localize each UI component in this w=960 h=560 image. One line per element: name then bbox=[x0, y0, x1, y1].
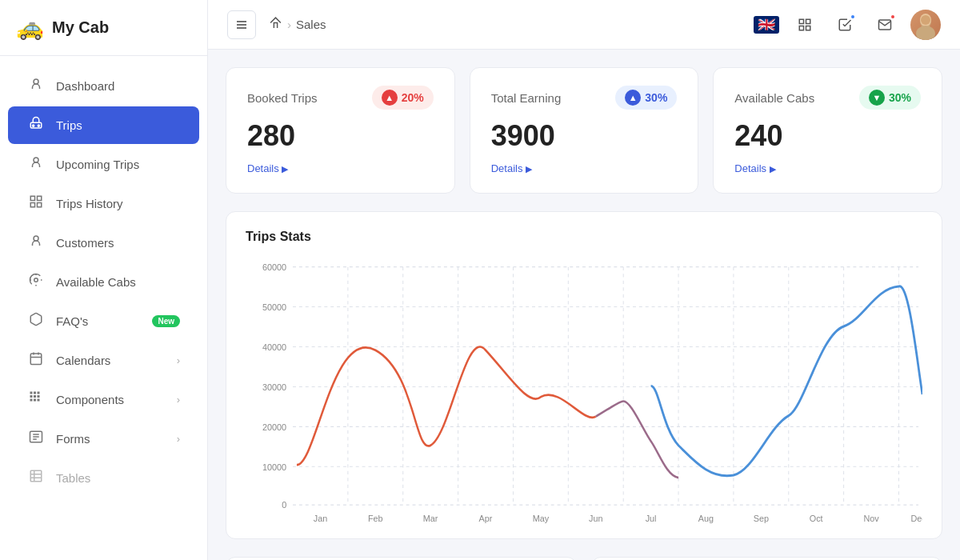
user-avatar[interactable] bbox=[910, 10, 941, 40]
calendars-icon bbox=[27, 351, 45, 370]
sidebar-nav: Dashboard Trips Upcoming Trips Trips His… bbox=[0, 56, 207, 560]
sidebar-item-label: Trips bbox=[56, 118, 180, 132]
sidebar-item-label: Components bbox=[56, 393, 166, 406]
main-content: › Sales bbox=[208, 0, 960, 560]
trips-history-icon bbox=[27, 194, 45, 213]
tasks-badge bbox=[850, 14, 856, 20]
logo-text: My Cab bbox=[52, 18, 109, 37]
chevron-right-icon: › bbox=[177, 433, 180, 445]
booked-trips-details[interactable]: Details ▶ bbox=[247, 162, 288, 174]
customers-icon bbox=[27, 234, 45, 252]
badge-value: 30% bbox=[645, 91, 667, 104]
svg-rect-26 bbox=[799, 19, 803, 23]
available-cabs-value: 240 bbox=[734, 119, 921, 153]
svg-point-0 bbox=[34, 79, 38, 84]
badge-up-blue-icon: ▲ bbox=[625, 90, 641, 106]
sidebar-item-faqs[interactable]: FAQ's New bbox=[8, 302, 199, 340]
breadcrumb: › Sales bbox=[269, 16, 326, 34]
svg-text:May: May bbox=[533, 514, 550, 523]
content-area: Booked Trips ▲ 20% 280 Details ▶ Total E… bbox=[208, 50, 960, 560]
svg-text:Oct: Oct bbox=[810, 514, 824, 523]
sidebar-item-calendars[interactable]: Calendars › bbox=[8, 342, 199, 379]
sidebar-item-label: Upcoming Trips bbox=[56, 158, 180, 171]
chevron-right-icon: › bbox=[177, 354, 180, 366]
available-cabs-details[interactable]: Details ▶ bbox=[734, 162, 775, 174]
svg-rect-28 bbox=[799, 26, 803, 30]
customers-data-card: Customers Data bbox=[591, 557, 942, 560]
breadcrumb-page: Sales bbox=[296, 18, 326, 31]
dashboard-icon bbox=[27, 77, 45, 95]
chart-canvas: .grid-line { stroke: #dde1e9; stroke-wid… bbox=[246, 258, 922, 530]
bottom-section: Recent Trips Customers Data bbox=[226, 557, 942, 560]
sidebar-item-trips[interactable]: Trips bbox=[8, 106, 199, 144]
available-cabs-title: Available Cabs bbox=[734, 91, 814, 105]
booked-trips-value: 280 bbox=[247, 119, 434, 153]
sidebar: 🚕 My Cab Dashboard Trips Upcoming Trips bbox=[0, 0, 208, 560]
sidebar-item-components[interactable]: Components › bbox=[8, 381, 199, 418]
svg-rect-29 bbox=[806, 26, 810, 30]
sidebar-item-forms[interactable]: Forms › bbox=[8, 420, 199, 458]
language-flag[interactable] bbox=[754, 16, 779, 34]
svg-rect-8 bbox=[38, 203, 42, 207]
svg-text:20000: 20000 bbox=[262, 422, 286, 431]
tasks-button[interactable] bbox=[830, 10, 859, 39]
grid-button[interactable] bbox=[790, 10, 819, 39]
chart-title: Trips Stats bbox=[246, 230, 922, 244]
sidebar-item-label: Trips History bbox=[56, 197, 180, 210]
svg-text:0: 0 bbox=[282, 500, 286, 510]
sidebar-item-tables[interactable]: Tables bbox=[8, 459, 199, 497]
svg-point-10 bbox=[34, 278, 38, 282]
components-icon bbox=[27, 390, 45, 409]
forms-icon bbox=[27, 430, 45, 448]
sidebar-item-available-cabs[interactable]: Available Cabs bbox=[8, 263, 199, 301]
svg-text:Feb: Feb bbox=[368, 514, 383, 523]
sidebar-item-label: Forms bbox=[56, 432, 166, 446]
svg-rect-11 bbox=[30, 354, 42, 365]
svg-point-33 bbox=[921, 15, 930, 25]
badge-down-green-icon: ▼ bbox=[869, 90, 885, 106]
trips-stats-chart: Trips Stats .grid-line { stroke: #dde1e9… bbox=[226, 211, 942, 539]
sidebar-item-dashboard[interactable]: Dashboard bbox=[8, 67, 199, 105]
topbar-actions bbox=[754, 10, 941, 40]
svg-text:10000: 10000 bbox=[262, 462, 286, 471]
badge-value: 20% bbox=[402, 91, 424, 104]
mail-button[interactable] bbox=[870, 10, 899, 39]
total-earning-value: 3900 bbox=[491, 119, 678, 153]
trips-icon bbox=[27, 116, 45, 134]
svg-rect-7 bbox=[30, 203, 34, 207]
svg-rect-6 bbox=[38, 196, 42, 200]
recent-trips-card: Recent Trips bbox=[226, 557, 577, 560]
sidebar-item-customers[interactable]: Customers bbox=[8, 224, 199, 262]
booked-trips-card: Booked Trips ▲ 20% 280 Details ▶ bbox=[226, 67, 455, 194]
total-earning-title: Total Earning bbox=[491, 91, 562, 105]
svg-point-34 bbox=[916, 26, 935, 40]
stat-cards: Booked Trips ▲ 20% 280 Details ▶ Total E… bbox=[226, 67, 942, 194]
svg-point-9 bbox=[34, 236, 38, 241]
new-badge: New bbox=[152, 315, 180, 327]
booked-trips-title: Booked Trips bbox=[247, 91, 318, 105]
svg-text:40000: 40000 bbox=[262, 342, 286, 351]
svg-point-2 bbox=[33, 125, 34, 126]
svg-text:Jul: Jul bbox=[646, 514, 657, 523]
sidebar-item-upcoming-trips[interactable]: Upcoming Trips bbox=[8, 146, 199, 183]
app-logo: 🚕 My Cab bbox=[0, 0, 207, 56]
sidebar-item-trips-history[interactable]: Trips History bbox=[8, 185, 199, 222]
total-earning-card: Total Earning ▲ 30% 3900 Details ▶ bbox=[470, 67, 699, 194]
svg-text:Nov: Nov bbox=[863, 514, 879, 523]
svg-point-3 bbox=[38, 125, 39, 126]
total-earning-details[interactable]: Details ▶ bbox=[491, 162, 532, 174]
mail-badge bbox=[890, 14, 896, 20]
home-icon[interactable] bbox=[269, 16, 282, 34]
svg-text:Apr: Apr bbox=[479, 514, 493, 523]
svg-text:Sep: Sep bbox=[754, 514, 769, 523]
tables-icon bbox=[27, 469, 45, 487]
sidebar-item-label: FAQ's bbox=[56, 314, 141, 328]
logo-icon: 🚕 bbox=[16, 14, 44, 41]
svg-point-4 bbox=[34, 158, 38, 162]
svg-text:Jun: Jun bbox=[589, 514, 602, 523]
available-cabs-card: Available Cabs ▼ 30% 240 Details ▶ bbox=[713, 67, 942, 194]
svg-text:Dec: Dec bbox=[910, 514, 922, 523]
sidebar-item-label: Tables bbox=[56, 471, 180, 485]
menu-button[interactable] bbox=[227, 10, 256, 39]
svg-rect-5 bbox=[30, 196, 34, 200]
